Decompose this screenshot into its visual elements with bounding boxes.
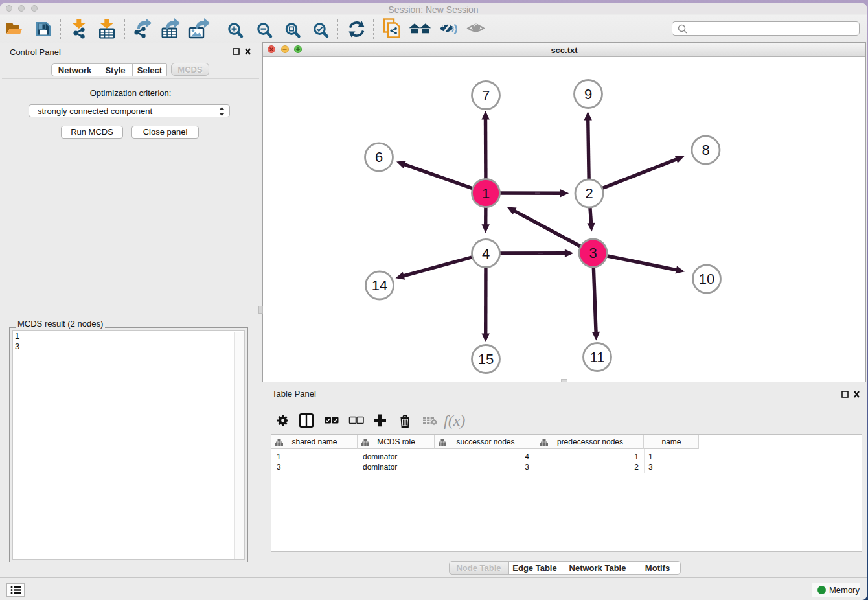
svg-text:4: 4: [482, 246, 490, 262]
svg-text:7: 7: [482, 87, 490, 104]
svg-text:11: 11: [590, 349, 605, 365]
svg-text:3: 3: [589, 245, 597, 261]
svg-text:14: 14: [372, 277, 387, 294]
svg-text:f(x): f(x): [444, 412, 465, 429]
svg-text:8: 8: [702, 142, 709, 158]
svg-text:2: 2: [585, 185, 593, 202]
svg-text:10: 10: [699, 271, 714, 287]
svg-text:15: 15: [478, 351, 494, 367]
svg-text:6: 6: [375, 149, 383, 165]
svg-text:9: 9: [584, 86, 592, 102]
svg-text:1: 1: [482, 185, 490, 202]
